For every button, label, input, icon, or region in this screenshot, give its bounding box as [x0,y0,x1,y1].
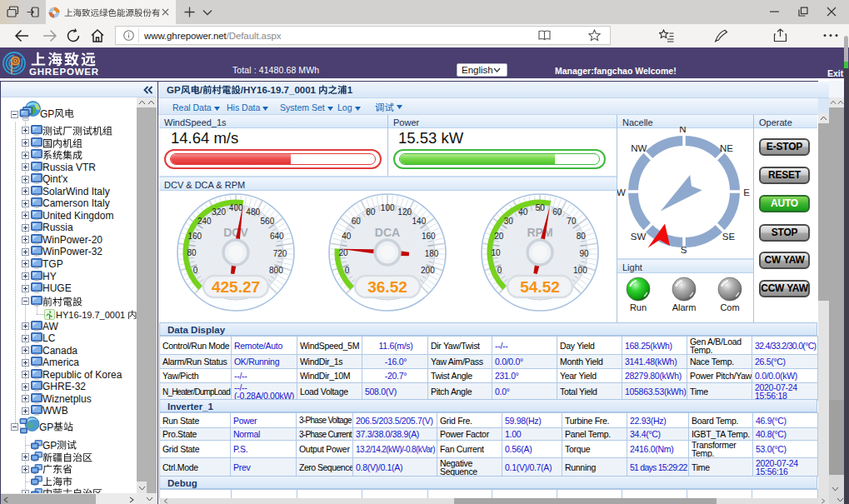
svg-text:140: 140 [412,217,427,226]
svg-text:SE: SE [722,232,736,242]
svg-text:100: 100 [381,203,395,212]
svg-text:180: 180 [425,249,439,258]
svg-text:54.52: 54.52 [520,278,560,296]
svg-text:10: 10 [491,248,501,257]
svg-text:N: N [679,127,686,134]
svg-text:S: S [681,245,687,255]
svg-text:80: 80 [366,207,376,217]
svg-text:80: 80 [187,248,197,257]
svg-text:30: 30 [504,217,514,226]
svg-text:80: 80 [577,232,587,241]
svg-text:40: 40 [518,207,528,217]
svg-text:200: 200 [421,266,435,275]
svg-text:50: 50 [536,203,546,212]
svg-text:0: 0 [193,266,198,275]
svg-text:0: 0 [497,266,502,275]
svg-text:640: 640 [270,232,284,241]
svg-text:425.27: 425.27 [212,278,260,296]
svg-text:100: 100 [573,266,587,275]
svg-text:36.52: 36.52 [367,278,407,296]
svg-text:SW: SW [631,232,647,242]
svg-text:20: 20 [338,248,348,257]
svg-text:720: 720 [273,249,287,258]
svg-text:480: 480 [246,207,260,217]
svg-text:60: 60 [352,217,362,226]
svg-text:NW: NW [631,143,647,153]
svg-text:DCV: DCV [223,226,248,239]
svg-text:E: E [743,187,750,197]
svg-text:120: 120 [397,207,412,217]
svg-text:DCA: DCA [375,226,400,239]
svg-text:20: 20 [494,232,504,241]
svg-text:0: 0 [345,266,350,275]
svg-text:800: 800 [269,266,283,275]
svg-text:40: 40 [342,232,352,241]
svg-text:90: 90 [579,249,589,258]
svg-text:320: 320 [212,207,226,217]
svg-text:160: 160 [422,232,436,241]
svg-text:60: 60 [552,207,562,217]
svg-text:NE: NE [720,143,733,153]
svg-text:240: 240 [197,217,212,226]
svg-text:400: 400 [229,203,243,212]
svg-text:W: W [617,187,626,197]
svg-text:560: 560 [261,217,275,226]
svg-text:70: 70 [567,217,577,226]
svg-text:RPM: RPM [527,226,552,239]
svg-text:160: 160 [187,232,202,241]
